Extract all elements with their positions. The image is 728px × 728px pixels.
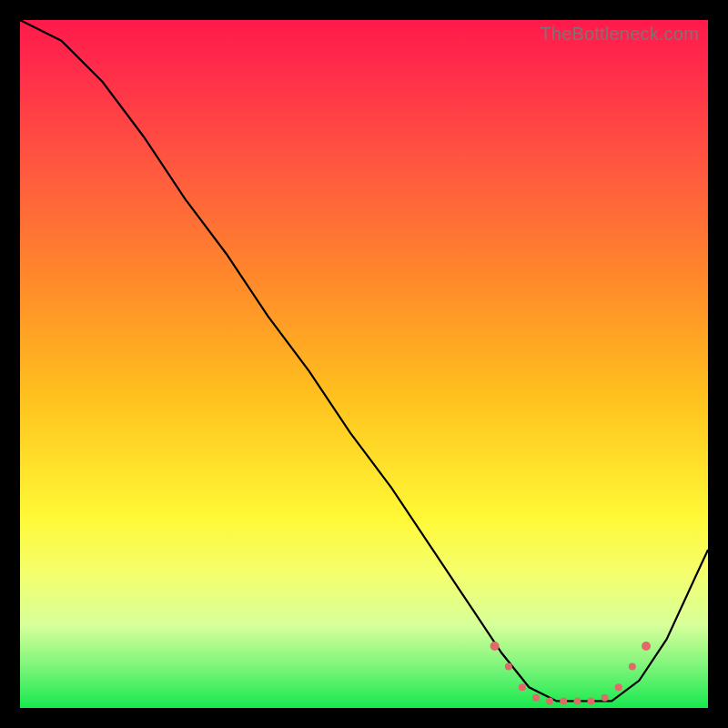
chart-svg — [20, 20, 708, 708]
bottleneck-curve — [20, 20, 708, 701]
marker-dot — [615, 683, 622, 691]
marker-dot — [642, 642, 651, 651]
marker-dot — [505, 663, 512, 671]
marker-dot — [490, 642, 500, 651]
marker-dot — [546, 697, 553, 704]
chart-stage: { "watermark": "TheBottleneck.com", "col… — [0, 0, 728, 728]
marker-dot — [588, 697, 595, 704]
marker-dot — [629, 663, 636, 671]
plot-area: TheBottleneck.com — [20, 20, 708, 708]
marker-dot — [573, 697, 581, 704]
marker-dot — [519, 683, 526, 691]
marker-dot — [532, 694, 540, 702]
sweet-spot-markers — [490, 642, 651, 704]
marker-dot — [560, 697, 567, 704]
marker-dot — [602, 694, 609, 702]
